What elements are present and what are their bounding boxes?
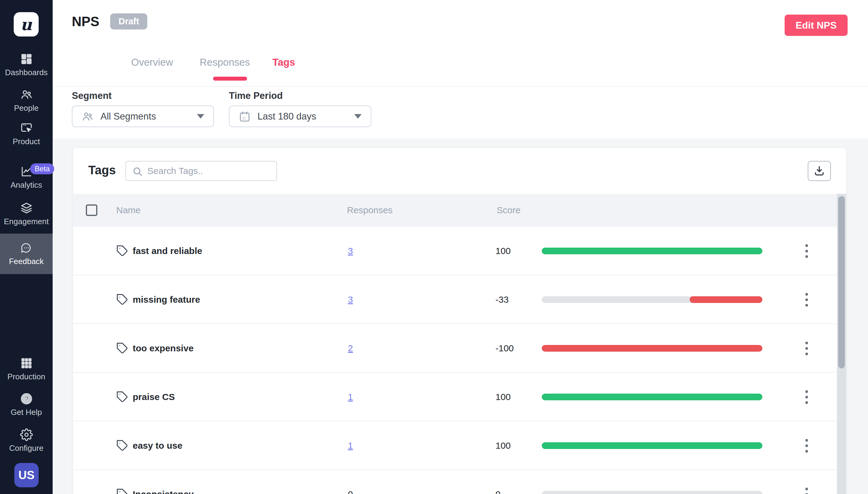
search-icon (132, 166, 143, 177)
row-menu-button[interactable] (799, 470, 814, 494)
segment-value: All Segments (100, 111, 186, 122)
sidebar-item-product[interactable]: Product (0, 122, 53, 146)
tag-responses-link[interactable]: 1 (348, 373, 353, 421)
tag-responses-link[interactable]: 3 (348, 275, 353, 324)
tag-responses-link[interactable]: 1 (348, 421, 353, 470)
kebab-dot (805, 250, 808, 252)
sidebar-item-feedback[interactable]: Feedback (0, 234, 53, 274)
table-scrollbar-track[interactable] (837, 194, 846, 494)
tag-icon (116, 275, 128, 324)
kebab-dot (805, 342, 808, 344)
sidebar-item-label: Production (7, 372, 45, 381)
tag-icon (116, 421, 128, 470)
sidebar-item-label: Analytics (10, 180, 42, 190)
download-button[interactable] (808, 161, 831, 181)
user-avatar[interactable]: US (14, 463, 39, 487)
tab-responses[interactable]: Responses (200, 57, 250, 68)
table-row: fast and reliable 3 100 (73, 227, 846, 275)
tag-responses-link[interactable]: 2 (348, 324, 353, 373)
segments-icon (81, 110, 94, 122)
sidebar-item-label: Feedback (9, 257, 43, 266)
sidebar-item-get-help[interactable]: ? Get Help (0, 393, 53, 417)
tag-name: easy to use (133, 421, 182, 470)
tag-name: praise CS (133, 373, 175, 421)
tag-icon (116, 470, 128, 494)
sidebar-item-label: Product (13, 137, 40, 146)
score-bar-fill (542, 394, 762, 400)
beta-badge: Beta (30, 163, 54, 174)
chevron-down-icon (354, 114, 362, 119)
tag-icon (116, 227, 128, 275)
segment-dropdown[interactable]: All Segments (72, 106, 214, 127)
edit-nps-button[interactable]: Edit NPS (784, 15, 848, 36)
app-logo[interactable]: u (14, 12, 39, 37)
table-row: missing feature 3 -33 (73, 275, 846, 324)
tag-name: Inconsistency (133, 470, 193, 494)
download-icon (813, 165, 825, 177)
sidebar-item-analytics[interactable]: Beta Analytics (0, 165, 53, 190)
kebab-dot (805, 439, 808, 442)
sidebar-item-production[interactable]: Production (0, 357, 53, 381)
segment-label: Segment (72, 90, 112, 101)
people-icon (20, 88, 33, 101)
page-title: NPS (72, 14, 99, 29)
table-row: too expensive 2 -100 (73, 324, 846, 373)
table-scrollbar-thumb[interactable] (838, 196, 845, 368)
sidebar-item-label: People (14, 103, 39, 113)
chevron-down-icon (197, 114, 204, 119)
score-bar (542, 345, 762, 352)
sidebar-item-configure[interactable]: Configure (0, 428, 53, 453)
tag-score: 100 (496, 421, 511, 470)
tag-score: -100 (496, 324, 514, 373)
row-menu-button[interactable] (799, 227, 814, 275)
kebab-dot (805, 493, 808, 494)
calendar-icon (239, 110, 251, 122)
time-period-value: Last 180 days (257, 111, 343, 122)
score-bar (542, 442, 762, 449)
kebab-dot (805, 450, 808, 453)
production-icon (20, 357, 33, 369)
table-row: Inconsistency 0 0 (73, 470, 846, 494)
search-box (125, 161, 277, 181)
table-row: praise CS 1 100 (73, 373, 846, 421)
score-bar-fill (542, 442, 762, 449)
kebab-dot (805, 353, 808, 355)
kebab-dot (805, 347, 808, 350)
sidebar-item-label: Dashboards (5, 68, 48, 77)
select-all-checkbox[interactable] (86, 204, 97, 216)
svg-text:?: ? (24, 395, 29, 403)
status-badge: Draft (110, 13, 147, 30)
kebab-dot (805, 401, 808, 404)
time-period-dropdown[interactable]: Last 180 days (229, 106, 371, 127)
row-menu-button[interactable] (799, 421, 814, 470)
tab-tags[interactable]: Tags (272, 57, 295, 68)
engagement-icon (20, 202, 33, 214)
row-menu-button[interactable] (799, 373, 814, 421)
sidebar-item-dashboards[interactable]: Dashboards (0, 53, 53, 77)
column-header-name: Name (116, 194, 141, 227)
column-header-responses: Responses (347, 194, 393, 227)
sidebar-item-label: Engagement (4, 217, 49, 226)
help-icon: ? (20, 393, 33, 405)
dashboards-icon (20, 53, 33, 65)
kebab-dot (805, 444, 808, 447)
tags-panel: Tags Name Responses Score fast and rel (73, 148, 846, 494)
sidebar-item-label: Get Help (11, 407, 42, 417)
score-bar-fill (690, 296, 762, 303)
kebab-dot (805, 244, 808, 247)
sidebar-item-engagement[interactable]: Engagement (0, 202, 53, 226)
row-menu-button[interactable] (799, 275, 814, 324)
tag-score: 100 (496, 227, 511, 275)
search-input[interactable] (147, 162, 275, 180)
kebab-dot (805, 488, 808, 490)
score-bar (542, 491, 762, 494)
sidebar-item-people[interactable]: People (0, 88, 53, 113)
page-header: NPS Draft Edit NPS Overview Responses Ta… (53, 0, 868, 138)
tag-responses-link[interactable]: 3 (348, 227, 353, 275)
time-period-label: Time Period (229, 90, 283, 101)
tag-score: 100 (496, 373, 511, 421)
table-header: Name Responses Score (73, 194, 846, 227)
kebab-dot (805, 299, 808, 301)
tab-overview[interactable]: Overview (131, 57, 173, 68)
row-menu-button[interactable] (799, 324, 814, 373)
